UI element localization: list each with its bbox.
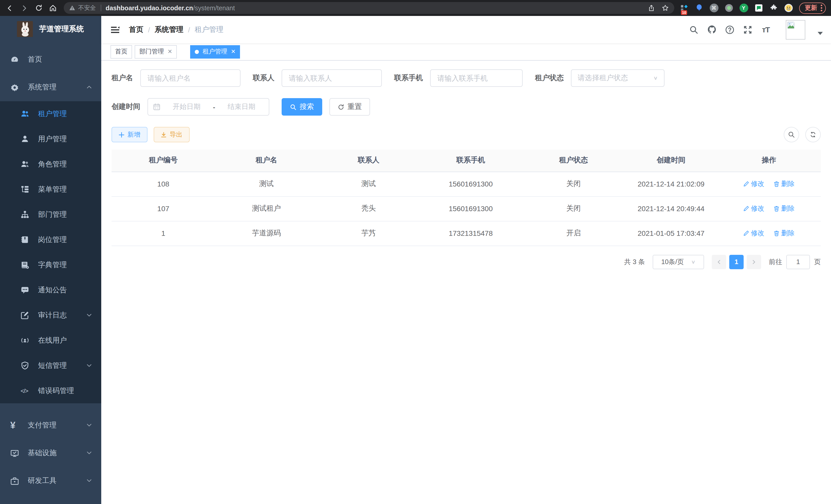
sidebar-item-role[interactable]: 角色管理 (0, 152, 101, 177)
extension-chat-icon[interactable] (754, 3, 763, 12)
extension-grid-icon[interactable]: 10 (679, 3, 689, 12)
sidebar-item-pay[interactable]: ¥ 支付管理 (0, 412, 101, 439)
sidebar-item-post[interactable]: 岗位管理 (0, 227, 101, 252)
breadcrumb-home[interactable]: 首页 (129, 25, 143, 34)
column-header-ops: 操作 (717, 149, 821, 172)
browser-reload-button[interactable] (32, 1, 45, 14)
extension-y-icon[interactable]: Y (739, 3, 748, 12)
edit-link[interactable]: 修改 (743, 179, 765, 188)
page-number-1[interactable]: 1 (729, 255, 744, 269)
delete-link[interactable]: 删除 (773, 229, 795, 238)
tab-close-icon[interactable]: ✕ (231, 48, 235, 55)
profile-emoji-icon[interactable] (784, 3, 793, 12)
sidebar-collapse-button[interactable] (110, 24, 121, 35)
sidebar-item-audit-log[interactable]: 审计日志 (0, 303, 101, 328)
filter-row-1: 租户名 联系人 联系手机 租户状态 请选择租户状态 (112, 69, 821, 87)
sidebar-item-label: 研发工具 (28, 476, 57, 485)
breadcrumb-current: 租户管理 (195, 25, 224, 34)
security-warning[interactable]: 不安全 (69, 4, 96, 12)
sidebar-item-dept[interactable]: 部门管理 (0, 202, 101, 227)
search-icon (689, 25, 698, 34)
search-button[interactable]: 搜索 (282, 98, 322, 116)
sidebar-item-error-code[interactable]: </> 错误码管理 (0, 378, 101, 403)
toggle-search-button[interactable] (784, 127, 799, 142)
extensions-puzzle-icon[interactable] (769, 3, 778, 12)
extension-status-icon[interactable] (724, 3, 733, 12)
browser-update-button[interactable]: 更新 (799, 2, 826, 13)
sidebar-item-tenant[interactable]: 租户管理 (0, 101, 101, 126)
tab-tenant[interactable]: 租户管理 ✕ (190, 45, 240, 58)
sidebar-item-user[interactable]: 用户管理 (0, 126, 101, 152)
tab-close-icon[interactable]: ✕ (168, 48, 172, 55)
address-bar[interactable]: 不安全 dashboard.yudao.iocoder.cn/system/te… (64, 2, 674, 14)
cell-created: 2021-01-05 17:03:47 (625, 221, 717, 245)
delete-link-label: 删除 (781, 179, 795, 188)
sidebar-item-home[interactable]: 首页 (0, 46, 101, 73)
browser-menu-icon[interactable] (821, 5, 822, 11)
delete-link[interactable]: 删除 (773, 204, 795, 213)
fullscreen-button[interactable] (743, 24, 753, 35)
contact-input[interactable] (282, 69, 382, 87)
column-header-tenant-name: 租户名 (215, 149, 318, 172)
goto-page-input[interactable] (786, 255, 810, 269)
status-select-placeholder: 请选择租户状态 (578, 73, 628, 83)
help-button[interactable] (725, 24, 735, 35)
url-text[interactable]: dashboard.yudao.iocoder.cn/system/tenant (106, 4, 648, 11)
filter-mobile: 联系手机 (394, 69, 523, 87)
sidebar-item-sms[interactable]: 短信管理 (0, 353, 101, 378)
share-icon[interactable] (648, 4, 655, 12)
select-caret-icon: ∨ (691, 259, 695, 265)
cell-status: 关闭 (522, 196, 625, 221)
sidebar-item-system[interactable]: 系统管理 (0, 73, 101, 101)
export-button[interactable]: 导出 (154, 127, 190, 142)
refresh-icon (809, 131, 816, 138)
delete-link[interactable]: 删除 (773, 179, 795, 188)
next-page-button[interactable] (747, 255, 761, 269)
sidebar-logo[interactable]: 芋道管理系统 (0, 16, 101, 41)
sidebar-item-label: 基础设施 (28, 448, 57, 458)
page-size-select[interactable]: 10条/页 ∨ (653, 255, 704, 269)
tenant-name-input[interactable] (140, 69, 240, 87)
edit-link[interactable]: 修改 (743, 229, 765, 238)
reset-button[interactable]: 重置 (329, 98, 370, 116)
extension-command-icon[interactable]: ⌘ (709, 3, 718, 12)
date-range-picker[interactable]: 开始日期 - 结束日期 (147, 98, 269, 116)
sidebar-item-online-user[interactable]: 在线用户 (0, 328, 101, 353)
status-select[interactable]: 请选择租户状态 ∨ (571, 69, 664, 87)
sidebar-item-menu[interactable]: 菜单管理 (0, 177, 101, 202)
edit-link[interactable]: 修改 (743, 204, 765, 213)
bookmark-star-icon[interactable] (661, 4, 669, 12)
sidebar-item-dict[interactable]: 字典管理 (0, 252, 101, 277)
range-separator: - (213, 103, 215, 111)
mobile-input[interactable] (430, 69, 523, 87)
column-header-status: 租户状态 (522, 149, 625, 172)
calendar-icon (153, 103, 160, 111)
sidebar-item-label: 租户管理 (38, 109, 67, 118)
github-button[interactable] (707, 24, 717, 35)
download-icon (161, 132, 167, 138)
add-button-label: 新增 (127, 130, 140, 139)
end-date-placeholder: 结束日期 (219, 102, 264, 112)
sidebar-item-notice[interactable]: 通知公告 (0, 277, 101, 303)
browser-home-button[interactable] (46, 1, 60, 14)
prev-page-button[interactable] (712, 255, 726, 269)
sidebar-item-devtools[interactable]: 研发工具 (0, 467, 101, 495)
avatar-dropdown-caret[interactable] (818, 32, 823, 35)
tenant-name-label: 租户名 (112, 73, 133, 83)
extension-balloon-icon[interactable] (694, 3, 704, 12)
refresh-table-button[interactable] (805, 127, 821, 142)
sidebar-item-label: 通知公告 (38, 286, 67, 295)
header-search-button[interactable] (689, 24, 699, 35)
browser-back-button[interactable] (3, 1, 17, 14)
online-user-icon (21, 336, 33, 345)
tab-dept[interactable]: 部门管理 ✕ (135, 45, 177, 58)
sidebar-item-infra[interactable]: 基础设施 (0, 439, 101, 467)
breadcrumb-system[interactable]: 系统管理 (155, 25, 183, 34)
browser-forward-button[interactable] (18, 1, 31, 14)
font-size-button[interactable]: тT (761, 24, 771, 35)
avatar[interactable] (786, 20, 805, 39)
tab-home[interactable]: 首页 (111, 45, 132, 58)
cell-tenant-id: 108 (112, 172, 215, 196)
add-button[interactable]: 新增 (112, 127, 147, 142)
menu-tree-icon (21, 185, 33, 194)
